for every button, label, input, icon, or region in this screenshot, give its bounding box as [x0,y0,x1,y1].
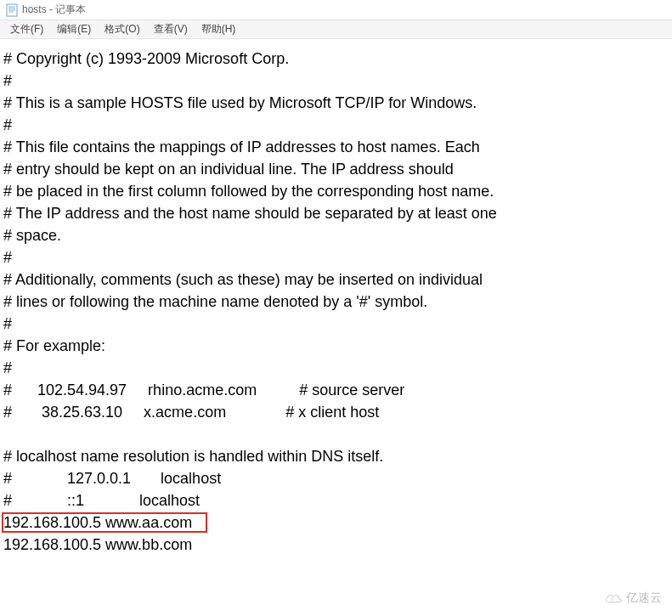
menu-edit[interactable]: 编辑(E) [50,20,98,38]
cloud-icon: E [604,591,623,606]
text-line: # For example: [3,335,669,357]
window-titlebar: hosts - 记事本 [0,0,672,20]
menu-format[interactable]: 格式(O) [98,20,146,38]
text-line: # entry should be kept on an individual … [3,158,669,180]
text-line: # lines or following the machine name de… [3,291,669,313]
text-line: # Copyright (c) 1993-2009 Microsoft Corp… [3,48,669,70]
text-line: # space. [3,224,669,246]
text-line: # [3,313,669,335]
text-line: # ::1 localhost [3,489,669,511]
menu-help[interactable]: 帮助(H) [195,20,243,38]
text-line: # This is a sample HOSTS file used by Mi… [3,92,669,114]
watermark: E 亿速云 [604,591,662,606]
menu-view[interactable]: 查看(V) [147,20,195,38]
text-line: # Additionally, comments (such as these)… [3,268,669,291]
text-area[interactable]: # Copyright (c) 1993-2009 Microsoft Corp… [0,39,672,559]
watermark-text: 亿速云 [626,591,662,606]
svg-text:E: E [611,596,614,602]
text-line: # [3,70,669,92]
text-line: 192.168.100.5 www.aa.com [3,511,669,534]
text-line: # [3,114,669,136]
notepad-icon [5,3,19,17]
text-line: # [3,357,669,379]
text-line: # This file contains the mappings of IP … [3,136,669,158]
menubar: 文件(F) 编辑(E) 格式(O) 查看(V) 帮助(H) [0,20,672,39]
text-line: # 38.25.63.10 x.acme.com # x client host [3,401,669,423]
text-line [3,423,669,445]
text-line: # 102.54.94.97 rhino.acme.com # source s… [3,379,669,401]
text-line: 192.168.100.5 www.bb.com [3,534,669,556]
text-line: # be placed in the first column followed… [3,180,669,202]
menu-file[interactable]: 文件(F) [3,20,50,38]
text-line: # 127.0.0.1 localhost [3,467,669,489]
text-line: # The IP address and the host name shoul… [3,202,669,224]
text-line: # [3,246,669,268]
text-line: # localhost name resolution is handled w… [3,445,669,467]
window-title: hosts - 记事本 [22,3,86,17]
